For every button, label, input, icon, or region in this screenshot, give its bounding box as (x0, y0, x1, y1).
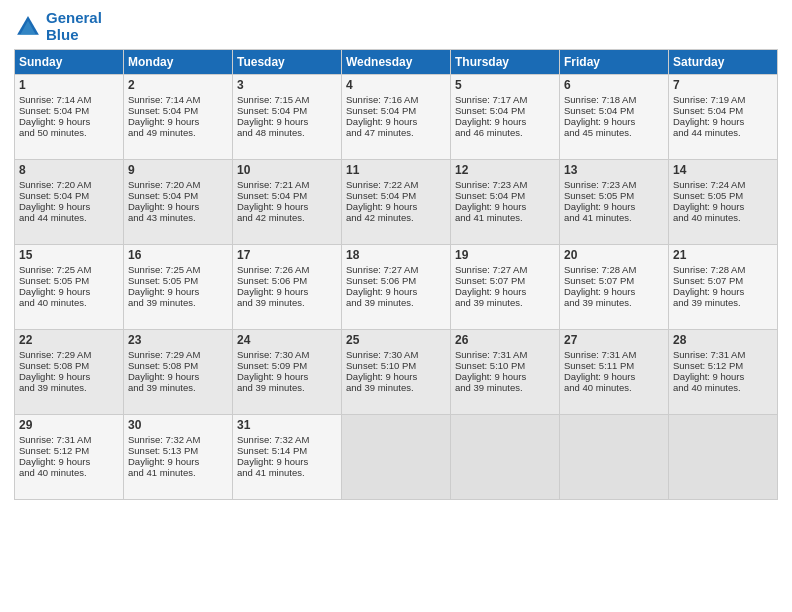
day-info-line: and 40 minutes. (19, 297, 119, 308)
day-number: 8 (19, 163, 119, 177)
day-info-line: Daylight: 9 hours (128, 116, 228, 127)
day-info-line: Sunset: 5:05 PM (128, 275, 228, 286)
day-info-line: Sunset: 5:04 PM (455, 190, 555, 201)
day-info-line: and 39 minutes. (455, 297, 555, 308)
day-info-line: Sunrise: 7:14 AM (128, 94, 228, 105)
day-info-line: Daylight: 9 hours (237, 201, 337, 212)
calendar-week-row: 1Sunrise: 7:14 AMSunset: 5:04 PMDaylight… (15, 75, 778, 160)
day-info-line: Daylight: 9 hours (346, 286, 446, 297)
calendar-header: SundayMondayTuesdayWednesdayThursdayFrid… (15, 50, 778, 75)
calendar-cell: 6Sunrise: 7:18 AMSunset: 5:04 PMDaylight… (560, 75, 669, 160)
calendar-week-row: 22Sunrise: 7:29 AMSunset: 5:08 PMDayligh… (15, 330, 778, 415)
day-info-line: Sunrise: 7:22 AM (346, 179, 446, 190)
calendar-cell: 4Sunrise: 7:16 AMSunset: 5:04 PMDaylight… (342, 75, 451, 160)
day-info-line: Sunrise: 7:19 AM (673, 94, 773, 105)
day-info-line: Sunrise: 7:16 AM (346, 94, 446, 105)
day-info-line: and 39 minutes. (237, 382, 337, 393)
day-info-line: and 46 minutes. (455, 127, 555, 138)
day-info-line: Sunrise: 7:20 AM (128, 179, 228, 190)
day-number: 6 (564, 78, 664, 92)
calendar-cell: 30Sunrise: 7:32 AMSunset: 5:13 PMDayligh… (124, 415, 233, 500)
day-info-line: and 40 minutes. (673, 212, 773, 223)
day-info-line: Daylight: 9 hours (237, 286, 337, 297)
day-info-line: Sunrise: 7:31 AM (19, 434, 119, 445)
day-info-line: Sunset: 5:06 PM (346, 275, 446, 286)
day-info-line: Daylight: 9 hours (564, 286, 664, 297)
day-info-line: Daylight: 9 hours (128, 286, 228, 297)
day-info-line: Daylight: 9 hours (128, 201, 228, 212)
calendar-cell: 15Sunrise: 7:25 AMSunset: 5:05 PMDayligh… (15, 245, 124, 330)
day-info-line: Daylight: 9 hours (564, 201, 664, 212)
day-info-line: and 50 minutes. (19, 127, 119, 138)
day-info-line: Sunrise: 7:24 AM (673, 179, 773, 190)
logo-text: General Blue (46, 10, 102, 43)
day-info-line: Sunset: 5:04 PM (19, 190, 119, 201)
calendar-cell: 31Sunrise: 7:32 AMSunset: 5:14 PMDayligh… (233, 415, 342, 500)
calendar-cell: 7Sunrise: 7:19 AMSunset: 5:04 PMDaylight… (669, 75, 778, 160)
day-info-line: and 43 minutes. (128, 212, 228, 223)
calendar-cell: 18Sunrise: 7:27 AMSunset: 5:06 PMDayligh… (342, 245, 451, 330)
day-info-line: and 42 minutes. (237, 212, 337, 223)
day-info-line: and 41 minutes. (564, 212, 664, 223)
day-number: 24 (237, 333, 337, 347)
weekday-header: Saturday (669, 50, 778, 75)
day-number: 11 (346, 163, 446, 177)
day-number: 30 (128, 418, 228, 432)
day-info-line: Sunrise: 7:25 AM (19, 264, 119, 275)
calendar-cell (560, 415, 669, 500)
calendar-cell (451, 415, 560, 500)
day-info-line: Daylight: 9 hours (564, 371, 664, 382)
day-info-line: Sunset: 5:04 PM (346, 190, 446, 201)
day-info-line: Daylight: 9 hours (346, 371, 446, 382)
calendar-cell: 29Sunrise: 7:31 AMSunset: 5:12 PMDayligh… (15, 415, 124, 500)
weekday-header: Friday (560, 50, 669, 75)
day-info-line: Sunset: 5:14 PM (237, 445, 337, 456)
calendar-cell (342, 415, 451, 500)
day-info-line: and 39 minutes. (128, 382, 228, 393)
day-info-line: Sunrise: 7:17 AM (455, 94, 555, 105)
day-info-line: Sunrise: 7:31 AM (455, 349, 555, 360)
day-info-line: Sunset: 5:13 PM (128, 445, 228, 456)
day-number: 14 (673, 163, 773, 177)
day-info-line: Sunset: 5:08 PM (19, 360, 119, 371)
day-info-line: and 49 minutes. (128, 127, 228, 138)
day-info-line: Sunrise: 7:25 AM (128, 264, 228, 275)
calendar-cell: 1Sunrise: 7:14 AMSunset: 5:04 PMDaylight… (15, 75, 124, 160)
calendar-cell: 25Sunrise: 7:30 AMSunset: 5:10 PMDayligh… (342, 330, 451, 415)
day-info-line: and 39 minutes. (564, 297, 664, 308)
day-info-line: and 40 minutes. (564, 382, 664, 393)
day-info-line: Sunset: 5:04 PM (19, 105, 119, 116)
day-info-line: Sunrise: 7:27 AM (455, 264, 555, 275)
day-number: 9 (128, 163, 228, 177)
day-info-line: Daylight: 9 hours (455, 116, 555, 127)
calendar-body: 1Sunrise: 7:14 AMSunset: 5:04 PMDaylight… (15, 75, 778, 500)
day-info-line: Daylight: 9 hours (19, 201, 119, 212)
calendar-week-row: 8Sunrise: 7:20 AMSunset: 5:04 PMDaylight… (15, 160, 778, 245)
day-info-line: Daylight: 9 hours (19, 116, 119, 127)
day-info-line: and 44 minutes. (673, 127, 773, 138)
calendar-cell: 12Sunrise: 7:23 AMSunset: 5:04 PMDayligh… (451, 160, 560, 245)
day-number: 28 (673, 333, 773, 347)
day-info-line: and 41 minutes. (237, 467, 337, 478)
day-number: 21 (673, 248, 773, 262)
day-info-line: and 41 minutes. (455, 212, 555, 223)
day-info-line: Daylight: 9 hours (673, 371, 773, 382)
day-info-line: Daylight: 9 hours (346, 201, 446, 212)
day-number: 13 (564, 163, 664, 177)
day-info-line: Daylight: 9 hours (673, 116, 773, 127)
day-number: 26 (455, 333, 555, 347)
day-number: 25 (346, 333, 446, 347)
weekday-header: Wednesday (342, 50, 451, 75)
day-info-line: and 39 minutes. (346, 382, 446, 393)
calendar-cell: 14Sunrise: 7:24 AMSunset: 5:05 PMDayligh… (669, 160, 778, 245)
day-info-line: Daylight: 9 hours (128, 371, 228, 382)
day-info-line: Sunset: 5:04 PM (564, 105, 664, 116)
day-info-line: Daylight: 9 hours (455, 371, 555, 382)
day-number: 16 (128, 248, 228, 262)
day-number: 10 (237, 163, 337, 177)
day-info-line: and 42 minutes. (346, 212, 446, 223)
calendar-cell: 16Sunrise: 7:25 AMSunset: 5:05 PMDayligh… (124, 245, 233, 330)
day-info-line: Sunrise: 7:29 AM (128, 349, 228, 360)
day-info-line: Sunset: 5:04 PM (237, 190, 337, 201)
day-info-line: Sunset: 5:10 PM (455, 360, 555, 371)
